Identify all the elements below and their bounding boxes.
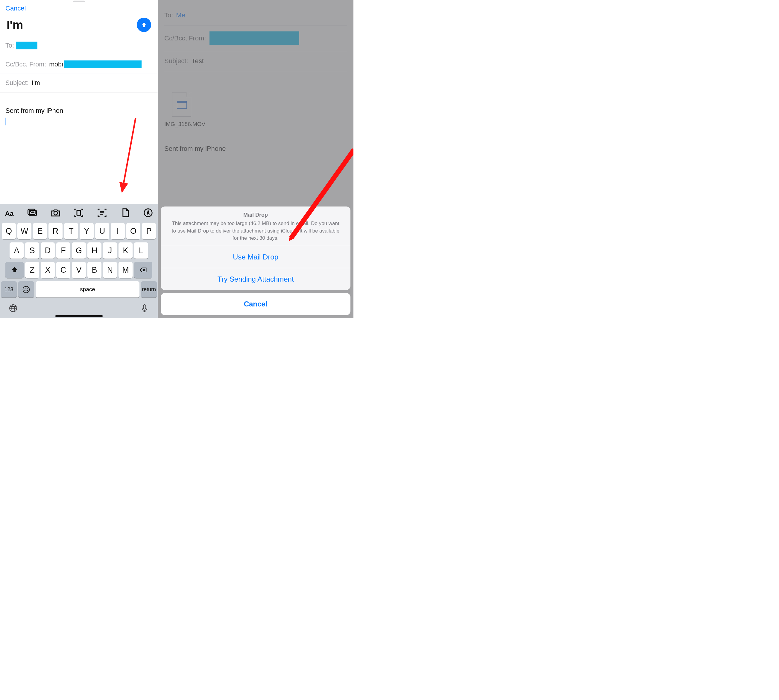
title-bar: I'm [0, 12, 158, 36]
key-t[interactable]: T [64, 223, 78, 239]
action-sheet: Mail Drop This attachment may be too lar… [161, 207, 350, 315]
key-o[interactable]: O [126, 223, 140, 239]
compose-screen: Cancel I'm To: Cc/Bcc, From: mobi Subjec… [0, 0, 158, 318]
to-row[interactable]: To: [0, 36, 158, 55]
body-textarea[interactable]: Sent from my iPhon [0, 92, 158, 204]
from-value-visible: mobi [49, 61, 63, 68]
photo-library-icon[interactable] [27, 207, 38, 218]
to-label: To: [5, 42, 14, 49]
key-e[interactable]: E [33, 223, 47, 239]
key-l[interactable]: L [134, 242, 148, 258]
action-sheet-header: Mail Drop This attachment may be too lar… [161, 207, 350, 246]
delete-key[interactable] [134, 262, 152, 278]
key-h[interactable]: H [87, 242, 102, 258]
keyboard: Q W E R T Y U I O P A S D F G H J K L Z [0, 221, 158, 318]
subject-value: I'm [32, 79, 40, 87]
sheet-message: This attachment may be too large (46.2 M… [167, 220, 344, 242]
key-x[interactable]: X [41, 262, 55, 278]
scan-document-icon[interactable] [73, 207, 84, 218]
use-mail-drop-button[interactable]: Use Mail Drop [161, 246, 350, 268]
keyboard-row-4: 123 space return [1, 281, 157, 297]
to-value-redacted [16, 42, 37, 49]
key-m[interactable]: M [118, 262, 133, 278]
compose-title: I'm [7, 18, 23, 31]
subject-label: Subject: [5, 79, 29, 87]
svg-text:Aa: Aa [5, 209, 13, 217]
delete-icon [140, 266, 147, 274]
key-z[interactable]: Z [25, 262, 39, 278]
key-w[interactable]: W [17, 223, 32, 239]
text-format-icon[interactable]: Aa [4, 207, 15, 218]
cc-from-label: Cc/Bcc, From: [5, 61, 46, 68]
key-k[interactable]: K [118, 242, 133, 258]
key-v[interactable]: V [72, 262, 86, 278]
subject-row[interactable]: Subject: I'm [0, 74, 158, 92]
svg-point-3 [54, 211, 57, 215]
shift-key[interactable] [5, 262, 23, 278]
emoji-key[interactable] [18, 281, 34, 297]
emoji-icon [22, 285, 30, 293]
key-a[interactable]: A [10, 242, 23, 258]
key-y[interactable]: Y [80, 223, 93, 239]
markup-icon[interactable] [143, 207, 153, 218]
space-key[interactable]: space [36, 281, 140, 297]
keyboard-row-2: A S D F G H J K L [1, 242, 157, 258]
globe-icon [9, 304, 18, 313]
scan-text-icon[interactable] [97, 207, 107, 218]
dictation-key[interactable] [140, 304, 149, 314]
sheet-cancel-button[interactable]: Cancel [161, 293, 350, 315]
camera-icon[interactable] [50, 207, 61, 218]
key-i[interactable]: I [111, 223, 125, 239]
key-q[interactable]: Q [2, 223, 16, 239]
key-g[interactable]: G [72, 242, 86, 258]
cc-from-row[interactable]: Cc/Bcc, From: mobi [0, 55, 158, 74]
key-s[interactable]: S [25, 242, 39, 258]
svg-point-7 [25, 288, 26, 289]
microphone-icon [140, 304, 149, 313]
from-value-redacted [64, 60, 142, 68]
key-u[interactable]: U [95, 223, 109, 239]
key-j[interactable]: J [103, 242, 117, 258]
shift-icon [11, 266, 18, 274]
cancel-button[interactable]: Cancel [0, 2, 158, 12]
try-sending-attachment-button[interactable]: Try Sending Attachment [161, 268, 350, 290]
send-button[interactable] [137, 18, 151, 32]
arrow-up-icon [140, 21, 148, 28]
home-indicator[interactable] [55, 315, 103, 317]
attach-file-icon[interactable] [120, 207, 130, 218]
key-d[interactable]: D [41, 242, 55, 258]
key-r[interactable]: R [48, 223, 63, 239]
key-b[interactable]: B [87, 262, 102, 278]
globe-key[interactable] [9, 304, 18, 314]
keyboard-row-1: Q W E R T Y U I O P [1, 223, 157, 239]
signature-text: Sent from my iPhon [5, 107, 152, 115]
svg-rect-4 [77, 210, 80, 215]
svg-rect-11 [143, 305, 146, 309]
key-p[interactable]: P [142, 223, 156, 239]
top-area: Cancel I'm [0, 0, 158, 36]
mail-drop-screen: To: Me Cc/Bcc, From: Subject: Test IMG_3… [158, 0, 354, 318]
sheet-title: Mail Drop [167, 212, 344, 218]
keyboard-row-3: Z X C V B N M [1, 262, 157, 278]
svg-point-8 [27, 288, 28, 289]
format-toolbar: Aa [0, 204, 158, 221]
return-key[interactable]: return [141, 281, 157, 297]
key-n[interactable]: N [103, 262, 117, 278]
number-key[interactable]: 123 [1, 281, 17, 297]
action-sheet-panel: Mail Drop This attachment may be too lar… [161, 207, 350, 290]
key-c[interactable]: C [56, 262, 70, 278]
key-f[interactable]: F [56, 242, 70, 258]
svg-point-6 [23, 286, 30, 293]
text-cursor [5, 118, 6, 125]
